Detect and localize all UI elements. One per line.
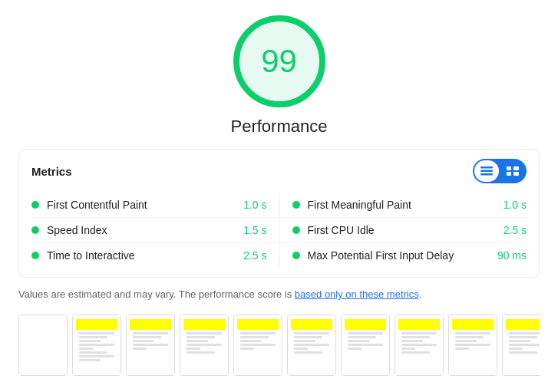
metric-dot <box>292 226 300 234</box>
filmstrip-frame <box>287 315 336 376</box>
metric-dot <box>31 252 39 259</box>
metric-value: 2.5 s <box>243 249 266 262</box>
metric-name: Time to Interactive <box>47 249 237 262</box>
frame-content <box>127 315 174 375</box>
disclaimer-text-before: Values are estimated and may vary. The p… <box>18 288 295 300</box>
score-section: 99 Performance <box>18 15 540 137</box>
frame-content <box>342 315 389 375</box>
svg-rect-5 <box>507 172 511 176</box>
metric-dot <box>292 201 300 209</box>
metric-name: First Contentful Paint <box>47 199 237 211</box>
metric-name: Speed Index <box>47 224 237 236</box>
frame-page <box>345 319 386 371</box>
metric-dot <box>31 226 39 234</box>
frame-content <box>73 315 121 375</box>
frame-content <box>234 315 282 375</box>
score-value: 99 <box>261 43 297 80</box>
view-toggle <box>473 159 527 183</box>
metric-value: 90 ms <box>497 249 527 262</box>
filmstrip-frame <box>502 315 540 376</box>
frame-page <box>398 319 440 371</box>
filmstrip-frame <box>126 315 175 376</box>
frame-content <box>19 315 67 375</box>
grid-view-button[interactable] <box>500 160 525 182</box>
score-circle: 99 <box>233 15 325 107</box>
metric-dot <box>292 252 300 259</box>
filmstrip <box>18 315 540 376</box>
frame-page <box>130 319 171 371</box>
metric-name: Max Potential First Input Delay <box>308 249 491 262</box>
metric-row: Max Potential First Input Delay 90 ms <box>279 243 527 268</box>
metrics-grid: First Contentful Paint 1.0 s Speed Index… <box>31 193 527 268</box>
frame-content <box>288 315 335 375</box>
frame-page <box>183 319 225 371</box>
svg-rect-4 <box>513 166 519 170</box>
metrics-section: Metrics First <box>18 149 540 278</box>
metric-name: First Meaningful Paint <box>308 199 497 211</box>
metric-row: First Meaningful Paint 1.0 s <box>279 193 527 218</box>
metric-dot <box>31 201 39 209</box>
frame-content <box>449 315 497 375</box>
metric-name: First CPU Idle <box>308 224 497 236</box>
metric-row: Speed Index 1.5 s <box>31 218 279 243</box>
frame-content <box>395 315 443 375</box>
frame-page <box>22 319 64 371</box>
disclaimer-link[interactable]: based only on these metrics <box>295 288 419 300</box>
filmstrip-frame <box>72 315 121 376</box>
metrics-right-column: First Meaningful Paint 1.0 s First CPU I… <box>279 193 527 268</box>
metric-row: Time to Interactive 2.5 s <box>31 243 279 268</box>
filmstrip-frame <box>448 315 497 376</box>
disclaimer: Values are estimated and may vary. The p… <box>18 287 540 302</box>
filmstrip-frame <box>341 315 390 376</box>
metrics-left-column: First Contentful Paint 1.0 s Speed Index… <box>31 193 279 268</box>
metrics-header: Metrics <box>31 159 527 183</box>
score-label: Performance <box>231 117 328 137</box>
filmstrip-frame <box>233 315 282 376</box>
filmstrip-frame <box>395 315 444 376</box>
metric-value: 1.0 s <box>504 199 527 211</box>
filmstrip-frame <box>18 315 68 376</box>
svg-rect-3 <box>507 166 511 170</box>
frame-page <box>291 319 332 371</box>
metric-value: 1.0 s <box>243 199 266 211</box>
metric-value: 2.5 s <box>504 224 527 236</box>
metrics-title: Metrics <box>31 165 72 178</box>
frame-page <box>506 319 540 371</box>
svg-rect-1 <box>480 170 493 173</box>
svg-rect-6 <box>513 172 519 176</box>
metric-value: 1.5 s <box>243 224 266 236</box>
svg-rect-2 <box>480 173 493 176</box>
frame-page <box>76 319 117 371</box>
list-view-button[interactable] <box>474 160 499 182</box>
filmstrip-frame <box>180 315 229 376</box>
disclaimer-text-after: . <box>419 288 422 300</box>
frame-page <box>237 319 279 371</box>
frame-content <box>503 315 540 375</box>
metric-row: First Contentful Paint 1.0 s <box>31 193 279 218</box>
frame-content <box>180 315 228 375</box>
frame-page <box>452 319 494 371</box>
metric-row: First CPU Idle 2.5 s <box>279 218 527 243</box>
svg-rect-0 <box>480 166 493 169</box>
